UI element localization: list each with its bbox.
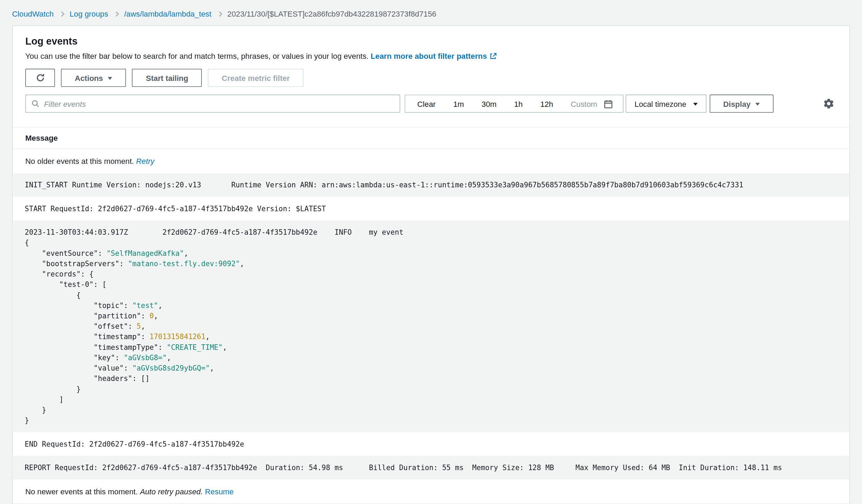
breadcrumb: CloudWatch Log groups /aws/lambda/lambda… <box>0 0 862 25</box>
breadcrumb-item-log-groups[interactable]: Log groups <box>70 9 108 18</box>
log-events-panel: Log events You can use the filter bar be… <box>12 25 850 504</box>
panel-header: Log events You can use the filter bar be… <box>13 26 850 113</box>
log-line: } <box>25 405 837 415</box>
breadcrumb-item-cloudwatch[interactable]: CloudWatch <box>12 9 54 18</box>
start-tailing-label: Start tailing <box>146 73 188 82</box>
display-label: Display <box>723 99 750 108</box>
chevron-right-icon <box>59 11 65 17</box>
log-line: END RequestId: 2f2d0627-d769-4fc5-a187-4… <box>25 439 837 449</box>
range-30m-button[interactable]: 30m <box>473 99 505 108</box>
auto-retry-text: Auto retry paused. <box>140 487 203 496</box>
log-line: START RequestId: 2f2d0627-d769-4fc5-a187… <box>25 204 837 214</box>
create-metric-filter-button: Create metric filter <box>208 69 303 87</box>
page-title: Log events <box>25 36 837 47</box>
log-line: "eventSource": "SelfManagedKafka", <box>25 248 837 258</box>
gear-icon <box>823 98 834 109</box>
log-line: { <box>25 237 837 248</box>
caret-down-icon <box>756 103 760 105</box>
timezone-label: Local timezone <box>635 99 686 108</box>
log-rows: INIT_START Runtime Version: nodejs:20.v1… <box>13 173 850 479</box>
log-line: "key": "aGVsbG8=", <box>25 353 837 363</box>
range-1m-button[interactable]: 1m <box>444 99 473 108</box>
filter-events-searchbox[interactable] <box>25 95 400 113</box>
older-events-notice: No older events at this moment. Retry <box>13 149 850 173</box>
filter-bar: Clear 1m 30m 1h 12h Custom Local timezon… <box>25 95 837 113</box>
clear-range-button[interactable]: Clear <box>409 99 444 108</box>
caret-down-icon <box>693 103 697 105</box>
create-metric-filter-label: Create metric filter <box>222 73 290 82</box>
viewport: CloudWatch Log groups /aws/lambda/lambda… <box>0 0 862 504</box>
log-row[interactable]: 2023-11-30T03:44:03.917Z 2f2d0627-d769-4… <box>13 221 850 432</box>
custom-range-calendar-button[interactable] <box>602 99 620 109</box>
log-line: "partition": 0, <box>25 311 837 321</box>
chevron-right-icon <box>217 11 222 17</box>
message-column-header: Message <box>13 127 850 149</box>
caret-down-icon <box>108 77 112 80</box>
older-notice-text: No older events at this moment. <box>25 157 134 165</box>
external-link-icon <box>489 52 497 60</box>
resume-link[interactable]: Resume <box>205 487 234 496</box>
log-line: 2023-11-30T03:44:03.917Z 2f2d0627-d769-4… <box>25 227 837 237</box>
log-line: "offset": 5, <box>25 321 837 332</box>
time-range-control: Clear 1m 30m 1h 12h Custom <box>405 95 624 113</box>
log-line: "timestamp": 1701315841261, <box>25 332 837 342</box>
log-row[interactable]: START RequestId: 2f2d0627-d769-4fc5-a187… <box>13 197 850 220</box>
chevron-right-icon <box>113 11 119 17</box>
log-line: "timestampType": "CREATE_TIME", <box>25 342 837 352</box>
actions-label: Actions <box>75 73 103 82</box>
description-text: You can use the filter bar below to sear… <box>25 52 368 60</box>
log-line: "test-0": [ <box>25 279 837 290</box>
actions-button[interactable]: Actions <box>61 69 126 87</box>
newer-events-notice: No newer events at this moment. Auto ret… <box>13 479 850 504</box>
toolbar: Actions Start tailing Create metric filt… <box>25 69 837 87</box>
log-line: REPORT RequestId: 2f2d0627-d769-4fc5-a18… <box>25 463 837 473</box>
range-12h-button[interactable]: 12h <box>532 99 562 108</box>
log-line: "records": { <box>25 269 837 279</box>
log-line: "bootstrapServers": "matano-test.fly.dev… <box>25 259 837 269</box>
log-line: } <box>25 384 837 394</box>
log-line: { <box>25 290 837 300</box>
refresh-button[interactable] <box>25 69 55 87</box>
breadcrumb-item-log-stream: 2023/11/30/[$LATEST]c2a86fcb97db43228198… <box>227 9 437 18</box>
display-button[interactable]: Display <box>710 95 774 113</box>
retry-link[interactable]: Retry <box>136 157 154 165</box>
log-line: INIT_START Runtime Version: nodejs:20.v1… <box>25 180 837 190</box>
breadcrumb-item-log-group[interactable]: /aws/lambda/lambda_test <box>124 9 212 18</box>
filter-events-input[interactable] <box>44 99 394 108</box>
start-tailing-button[interactable]: Start tailing <box>132 69 202 87</box>
newer-notice-text: No newer events at this moment. <box>25 487 138 496</box>
log-line: "value": "aGVsbG8sd29ybGQ=", <box>25 363 837 373</box>
calendar-icon <box>604 100 613 109</box>
refresh-icon <box>36 73 45 83</box>
custom-range-button[interactable]: Custom <box>562 99 602 108</box>
log-row[interactable]: END RequestId: 2f2d0627-d769-4fc5-a187-4… <box>13 432 850 456</box>
log-row[interactable]: REPORT RequestId: 2f2d0627-d769-4fc5-a18… <box>13 456 850 479</box>
log-line: "topic": "test", <box>25 300 837 310</box>
learn-more-link[interactable]: Learn more about filter patterns <box>371 52 487 60</box>
log-line: ] <box>25 394 837 404</box>
search-icon <box>31 100 40 108</box>
timezone-select[interactable]: Local timezone <box>626 95 706 113</box>
log-row[interactable]: INIT_START Runtime Version: nodejs:20.v1… <box>13 173 850 197</box>
range-1h-button[interactable]: 1h <box>505 99 532 108</box>
settings-button[interactable] <box>823 98 834 109</box>
log-line: "headers": [] <box>25 373 837 384</box>
log-line: } <box>25 415 837 426</box>
page-description: You can use the filter bar below to sear… <box>25 52 837 60</box>
